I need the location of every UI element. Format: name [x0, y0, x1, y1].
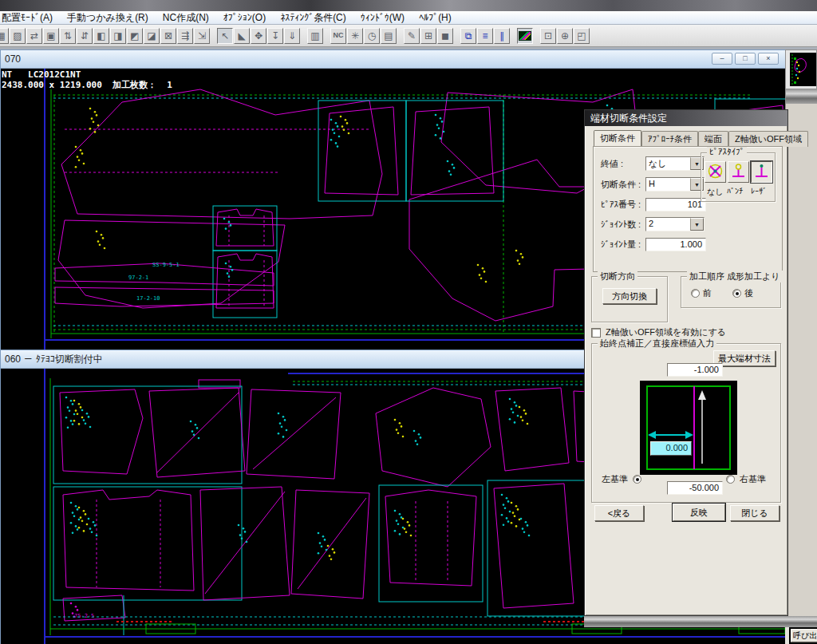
- toolbar-delete-sheet-icon[interactable]: ⊠: [160, 28, 176, 44]
- toolbar-hatch-icon[interactable]: ▨: [10, 28, 26, 44]
- menu-bar: 配置ﾓｰﾄﾞ(A)手動つかみ換え(R)NC作成(N)ｵﾌﾟｼｮﾝ(O)ﾈｽﾃｨﾝ…: [0, 11, 817, 25]
- menu-item-3[interactable]: ｵﾌﾟｼｮﾝ(O): [216, 12, 273, 23]
- joint-amount-input[interactable]: 1.000: [645, 238, 706, 251]
- direction-toggle-button[interactable]: 方向切換: [602, 288, 657, 304]
- dialog-tabs: 切断条件ｱﾌﾟﾛｰﾁ条件端面Z軸倣いOFF領域: [594, 132, 808, 147]
- chevron-down-icon[interactable]: ▼: [690, 218, 704, 231]
- toolbar-cart-icon[interactable]: ⇶: [177, 28, 193, 44]
- toolbar-solid-icon[interactable]: ◼: [437, 28, 453, 44]
- left-datum-label: 左基準: [602, 473, 628, 485]
- window1-minimize-button[interactable]: –: [712, 53, 732, 65]
- toolbar-grid2-icon[interactable]: ⊡: [540, 28, 556, 44]
- bottom-right-corner: 呼び出し: [785, 627, 817, 644]
- bottom-offset-input[interactable]: -50.000: [667, 481, 723, 495]
- toolbar-drop-part-icon[interactable]: ↧: [267, 28, 283, 44]
- pierce-laser-button[interactable]: [751, 161, 772, 183]
- toolbar-add-move-icon[interactable]: ⊕: [557, 28, 573, 44]
- window1-maximize-button[interactable]: □: [735, 53, 756, 65]
- process-order-group: 加工順序 成形加工より 前 後: [681, 276, 781, 308]
- tab-2[interactable]: 端面: [698, 131, 728, 147]
- toolbar-swap-vertical-icon[interactable]: ⇅: [60, 28, 76, 44]
- order-after-radio[interactable]: [732, 289, 741, 298]
- joint-count-select[interactable]: 2 ▼: [645, 217, 705, 231]
- svg-text:17-2-10: 17-2-10: [136, 295, 160, 302]
- cut-condition-select[interactable]: H ▼: [645, 177, 705, 192]
- window1-close-button[interactable]: ×: [758, 53, 779, 65]
- svg-text:97-2-1: 97-2-1: [128, 275, 148, 281]
- apply-button[interactable]: 反映: [673, 504, 725, 521]
- order-before-radio[interactable]: [691, 289, 700, 298]
- toolbar-grid-icon[interactable]: ▦: [0, 28, 9, 44]
- toolbar-cascade-windows-icon[interactable]: ⧉: [460, 28, 476, 44]
- menu-item-1[interactable]: 手動つかみ換え(R): [60, 11, 156, 25]
- coordinate-group: 始終点補正／直接座標値入力 最大端材寸法 -1.000 0.000 左基準 右基…: [591, 343, 781, 503]
- pierce-number-input[interactable]: 101: [645, 198, 706, 211]
- width-value-input[interactable]: 0.000: [650, 441, 692, 456]
- toolbar-parts-icon[interactable]: ✳: [347, 28, 363, 44]
- menu-item-4[interactable]: ﾈｽﾃｨﾝｸﾞ条件(C): [273, 11, 353, 25]
- toolbar-tile-horizontal-icon[interactable]: ≡: [477, 28, 493, 44]
- toolbar-select-cursor-icon[interactable]: ↖: [217, 28, 233, 44]
- tab-3[interactable]: Z軸倣いOFF領域: [728, 131, 808, 147]
- close-button[interactable]: 閉じる: [730, 505, 780, 521]
- toolbar-edit-icon[interactable]: ✎: [404, 28, 420, 44]
- right-datum-label: 右基準: [740, 473, 766, 485]
- sheet-info-text: NT LC2012C1NT 2438.000 x 1219.000 加工枚数： …: [2, 69, 172, 90]
- menu-item-5[interactable]: ｳｨﾝﾄﾞｳ(W): [353, 12, 412, 23]
- toolbar-measure-icon[interactable]: ⊞: [420, 28, 436, 44]
- z-off-region-label: Z軸倣いOFF領域を有効にする: [606, 326, 726, 338]
- svg-text:75-2-5: 75-2-5: [74, 613, 94, 619]
- end-value-select[interactable]: なし ▼: [645, 156, 705, 171]
- toolbar-sheet-exchange-icon[interactable]: ⇄: [26, 28, 42, 44]
- pierce-none-button[interactable]: [705, 161, 726, 183]
- menu-item-2[interactable]: NC作成(N): [156, 11, 216, 25]
- toolbar-schedule-icon[interactable]: ◷: [364, 28, 380, 44]
- toolbar-preview-icon[interactable]: [517, 28, 533, 44]
- left-datum-radio[interactable]: [633, 475, 641, 484]
- right-datum-radio[interactable]: [726, 475, 735, 484]
- back-button[interactable]: <戻る: [594, 505, 644, 521]
- pierce-punch-label: ﾊﾟﾝﾁ: [727, 187, 743, 196]
- toolbar-stack-icon[interactable]: ⇓: [284, 28, 300, 44]
- end-value-label: 終値 :: [601, 158, 645, 170]
- toolbar-loader-icon[interactable]: ⇲: [194, 28, 210, 44]
- toolbar-new-sheet-icon[interactable]: ▤: [381, 28, 397, 44]
- joint-amount-label: ｼﾞｮｲﾝﾄ量 :: [601, 239, 645, 251]
- app-titlebar-strip: [0, 0, 817, 11]
- tab-0[interactable]: 切断条件: [594, 130, 641, 148]
- toolbar-tile-vertical-icon[interactable]: ∥: [494, 28, 510, 44]
- cut-direction-group: 切断方向 方向切換: [591, 276, 668, 322]
- menu-item-6[interactable]: ﾍﾙﾌﾟ(H): [412, 12, 459, 23]
- dialog-titlebar[interactable]: 端材切断条件設定: [585, 110, 787, 126]
- main-toolbar: ▦▨⇄▣⇅⇵◧◨◩◪⊠⇶⇲↖◣✥↧⇓▥NC✳◷▤✎⊞◼⧉≡∥⊡⊕◰: [0, 25, 817, 47]
- remnant-preview: 0.000: [640, 381, 737, 475]
- toolbar-align-bottom-icon[interactable]: ◪: [144, 28, 160, 44]
- toolbar-align-top-icon[interactable]: ◩: [127, 28, 143, 44]
- pierce-none-icon: [706, 162, 724, 180]
- toolbar-columns-icon[interactable]: ▥: [307, 28, 323, 44]
- toolbar-swap-vertical2-icon[interactable]: ⇵: [77, 28, 93, 44]
- toolbar-sheet-select-icon[interactable]: ▣: [43, 28, 59, 44]
- toolbar-nc-create-icon[interactable]: NC: [330, 28, 346, 44]
- remnant-cutting-dialog: 端材切断条件設定 切断条件ｱﾌﾟﾛｰﾁ条件端面Z軸倣いOFF領域 終値 : なし…: [584, 109, 788, 616]
- toolbar-move-parts-icon[interactable]: ✥: [251, 28, 266, 44]
- pierce-none-label: なし: [707, 187, 723, 198]
- top-offset-input[interactable]: -1.000: [667, 363, 723, 377]
- tab-1[interactable]: ｱﾌﾟﾛｰﾁ条件: [641, 131, 698, 147]
- preview-mini-window: [785, 49, 817, 89]
- recall-button[interactable]: 呼び出し: [791, 629, 817, 642]
- toolbar-align-right-icon[interactable]: ◨: [110, 28, 126, 44]
- toolbar-align-left-icon[interactable]: ◧: [93, 28, 109, 44]
- z-off-region-checkbox[interactable]: [591, 328, 601, 338]
- window1-title: 070: [5, 53, 21, 65]
- svg-text:SS-9-5-1: SS-9-5-1: [152, 262, 180, 268]
- pierce-laser-label: ﾚｰｻﾞ: [751, 187, 767, 196]
- cut-condition-label: 切断条件 :: [601, 179, 645, 191]
- pierce-punch-button[interactable]: [728, 161, 749, 183]
- pierce-number-label: ﾋﾟｱｽ番号 :: [601, 199, 645, 211]
- toolbar-grip-icon[interactable]: ◣: [234, 28, 250, 44]
- menu-item-0[interactable]: 配置ﾓｰﾄﾞ(A): [0, 11, 60, 25]
- window1-titlebar[interactable]: 070 – □ ×: [1, 50, 785, 69]
- side-panel: [785, 89, 817, 616]
- toolbar-corner-icon[interactable]: ◰: [574, 28, 590, 44]
